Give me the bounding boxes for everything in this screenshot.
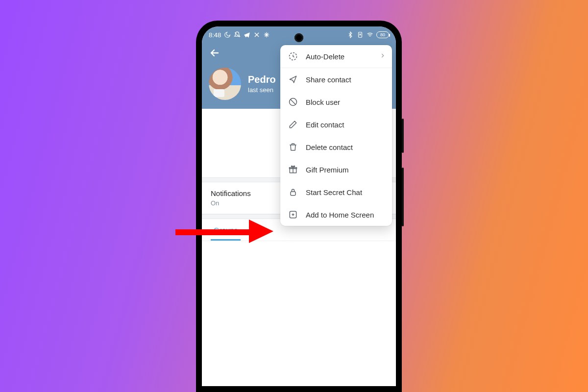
chevron-right-icon: [379, 52, 386, 61]
menu-item-label: Share contact: [306, 75, 351, 84]
back-button[interactable]: [209, 47, 220, 59]
status-time: 8:48: [209, 31, 221, 39]
menu-add-home-screen[interactable]: Add to Home Screen: [280, 203, 392, 226]
dnd-icon: [234, 31, 241, 38]
avatar[interactable]: [209, 68, 241, 100]
trash-icon: [288, 142, 298, 152]
pencil-icon: [288, 120, 298, 129]
phone-side-button: [402, 119, 404, 153]
block-icon: [288, 97, 298, 107]
menu-gift-premium[interactable]: Gift Premium: [280, 158, 392, 181]
contact-name: Pedro: [248, 74, 276, 85]
telegram-icon: [244, 31, 250, 38]
menu-item-label: Gift Premium: [306, 166, 349, 174]
menu-block-user[interactable]: Block user: [280, 91, 392, 113]
moon-icon: [224, 31, 231, 38]
x-icon: [253, 31, 260, 38]
svg-rect-5: [291, 192, 295, 196]
add-home-icon: [288, 210, 298, 220]
menu-item-label: Auto-Delete: [306, 52, 344, 61]
gradient-background: 8:48 80: [0, 0, 588, 392]
menu-item-label: Edit contact: [306, 121, 344, 129]
gift-icon: [288, 165, 298, 174]
annotation-arrow: [175, 221, 278, 241]
wifi-icon: [367, 31, 373, 38]
menu-start-secret-chat[interactable]: Start Secret Chat: [280, 181, 392, 203]
last-seen-label: last seen: [248, 86, 276, 94]
bluetooth-icon: [347, 31, 354, 38]
menu-share-contact[interactable]: Share contact: [280, 68, 392, 91]
battery-indicator: 80: [376, 31, 389, 38]
front-camera: [294, 33, 303, 42]
menu-auto-delete[interactable]: Auto-Delete: [280, 45, 392, 68]
menu-item-label: Add to Home Screen: [306, 211, 374, 219]
menu-item-label: Delete contact: [306, 143, 353, 151]
sparkle-icon: [263, 31, 270, 38]
groups-content: [202, 241, 396, 386]
lock-icon: [288, 187, 298, 197]
phone-side-button: [402, 168, 404, 226]
phone-frame: 8:48 80: [196, 21, 402, 392]
menu-item-label: Block user: [306, 98, 340, 106]
share-icon: [288, 74, 298, 84]
menu-edit-contact[interactable]: Edit contact: [280, 113, 392, 136]
no-sim-icon: [357, 31, 364, 38]
context-menu: Auto-Delete Share contact Block user Edi…: [280, 45, 392, 226]
menu-delete-contact[interactable]: Delete contact: [280, 136, 392, 158]
timer-icon: [288, 51, 298, 61]
phone-screen: 8:48 80: [202, 26, 396, 386]
menu-item-label: Start Secret Chat: [306, 188, 362, 196]
